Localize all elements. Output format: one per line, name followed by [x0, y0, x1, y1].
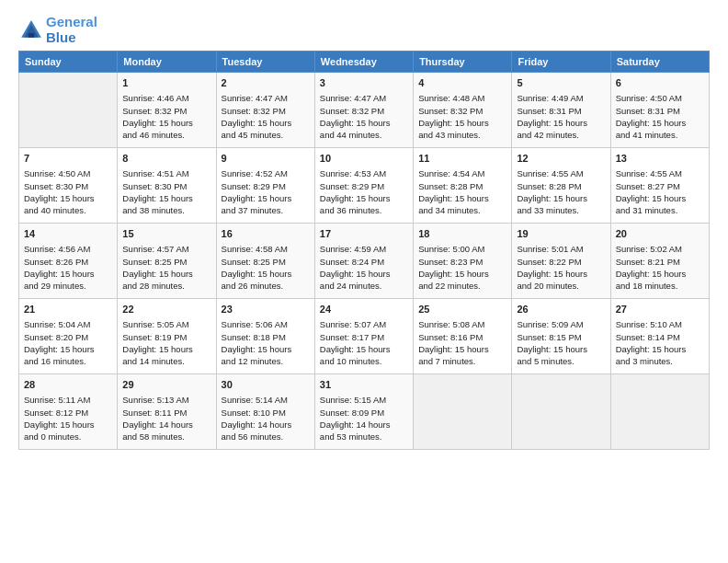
day-info: Daylight: 15 hours — [517, 192, 605, 204]
day-cell: 1Sunrise: 4:46 AMSunset: 8:32 PMDaylight… — [118, 73, 216, 148]
logo-icon — [18, 17, 44, 43]
day-number: 3 — [320, 76, 408, 90]
day-info: Daylight: 14 hours — [320, 419, 408, 431]
day-info: Daylight: 15 hours — [418, 192, 506, 204]
day-info: Daylight: 15 hours — [122, 117, 210, 129]
day-info: Daylight: 15 hours — [222, 117, 310, 129]
day-info: Daylight: 15 hours — [517, 268, 605, 280]
day-info: Daylight: 15 hours — [418, 343, 506, 355]
day-cell: 3Sunrise: 4:47 AMSunset: 8:32 PMDaylight… — [314, 73, 413, 148]
day-info: and 43 minutes. — [418, 129, 506, 141]
day-info: Sunset: 8:16 PM — [418, 331, 506, 343]
day-info: Daylight: 14 hours — [222, 419, 310, 431]
day-info: Sunset: 8:24 PM — [320, 256, 408, 268]
day-number: 16 — [222, 227, 310, 241]
header-day: Saturday — [610, 52, 709, 73]
day-info: Sunset: 8:28 PM — [517, 180, 605, 192]
day-cell — [610, 374, 709, 450]
day-info: and 22 minutes. — [418, 280, 506, 292]
day-cell: 12Sunrise: 4:55 AMSunset: 8:28 PMDayligh… — [512, 148, 610, 224]
day-info: and 40 minutes. — [24, 204, 112, 216]
day-info: Sunrise: 4:48 AM — [418, 92, 506, 104]
week-row: 21Sunrise: 5:04 AMSunset: 8:20 PMDayligh… — [19, 299, 710, 374]
header: General Blue — [18, 15, 710, 45]
day-info: and 10 minutes. — [320, 355, 408, 367]
day-info: Sunrise: 5:02 AM — [616, 243, 704, 255]
day-info: Sunrise: 5:15 AM — [320, 394, 408, 406]
day-info: Sunset: 8:25 PM — [222, 256, 310, 268]
day-info: and 37 minutes. — [222, 204, 310, 216]
day-info: Daylight: 15 hours — [616, 343, 704, 355]
day-cell: 15Sunrise: 4:57 AMSunset: 8:25 PMDayligh… — [118, 224, 216, 299]
day-info: Sunrise: 5:05 AM — [122, 318, 210, 330]
day-number: 24 — [320, 303, 408, 316]
day-info: and 12 minutes. — [222, 355, 310, 367]
day-info: Sunset: 8:31 PM — [517, 105, 605, 117]
day-info: Sunset: 8:25 PM — [122, 256, 210, 268]
day-cell: 29Sunrise: 5:13 AMSunset: 8:11 PMDayligh… — [118, 374, 216, 450]
day-info: and 58 minutes. — [122, 431, 210, 442]
day-info: Sunrise: 4:46 AM — [122, 92, 210, 104]
day-info: Sunrise: 4:53 AM — [320, 167, 408, 179]
day-info: Sunrise: 4:56 AM — [24, 243, 112, 255]
day-info: Sunrise: 5:11 AM — [24, 394, 112, 406]
day-info: Sunrise: 4:50 AM — [616, 92, 704, 104]
day-cell: 18Sunrise: 5:00 AMSunset: 8:23 PMDayligh… — [414, 224, 512, 299]
day-info: Sunset: 8:27 PM — [616, 180, 704, 192]
day-info: Sunset: 8:23 PM — [418, 256, 506, 268]
day-info: and 44 minutes. — [320, 129, 408, 141]
day-info: Sunset: 8:26 PM — [24, 256, 112, 268]
day-number: 5 — [517, 76, 605, 90]
day-cell: 22Sunrise: 5:05 AMSunset: 8:19 PMDayligh… — [118, 299, 216, 374]
day-info: Sunset: 8:32 PM — [122, 105, 210, 117]
day-info: Daylight: 15 hours — [222, 343, 310, 355]
day-info: Daylight: 15 hours — [320, 192, 408, 204]
week-row: 7Sunrise: 4:50 AMSunset: 8:30 PMDaylight… — [19, 148, 710, 224]
day-cell: 20Sunrise: 5:02 AMSunset: 8:21 PMDayligh… — [610, 224, 709, 299]
day-number: 2 — [222, 76, 310, 90]
day-cell: 27Sunrise: 5:10 AMSunset: 8:14 PMDayligh… — [610, 299, 709, 374]
day-info: and 45 minutes. — [222, 129, 310, 141]
day-info: Daylight: 15 hours — [222, 192, 310, 204]
day-info: Sunrise: 5:14 AM — [222, 394, 310, 406]
logo-text: General Blue — [46, 15, 97, 45]
day-number: 23 — [222, 303, 310, 316]
week-row: 28Sunrise: 5:11 AMSunset: 8:12 PMDayligh… — [19, 374, 710, 450]
day-number: 31 — [320, 378, 408, 392]
day-info: and 41 minutes. — [616, 129, 704, 141]
day-info: Daylight: 15 hours — [24, 419, 112, 431]
day-cell: 13Sunrise: 4:55 AMSunset: 8:27 PMDayligh… — [610, 148, 709, 224]
day-cell: 16Sunrise: 4:58 AMSunset: 8:25 PMDayligh… — [216, 224, 314, 299]
day-cell: 7Sunrise: 4:50 AMSunset: 8:30 PMDaylight… — [19, 148, 118, 224]
day-info: and 42 minutes. — [517, 129, 605, 141]
day-info: and 7 minutes. — [418, 355, 506, 367]
day-cell: 28Sunrise: 5:11 AMSunset: 8:12 PMDayligh… — [19, 374, 118, 450]
day-cell: 5Sunrise: 4:49 AMSunset: 8:31 PMDaylight… — [512, 73, 610, 148]
day-info: Daylight: 15 hours — [24, 192, 112, 204]
day-cell: 4Sunrise: 4:48 AMSunset: 8:32 PMDaylight… — [414, 73, 512, 148]
day-info: Sunrise: 4:49 AM — [517, 92, 605, 104]
day-number: 6 — [616, 76, 704, 90]
day-info: Sunset: 8:31 PM — [616, 105, 704, 117]
day-info: and 0 minutes. — [24, 431, 112, 442]
day-info: Sunset: 8:18 PM — [222, 331, 310, 343]
day-info: Sunset: 8:11 PM — [122, 407, 210, 419]
day-info: and 28 minutes. — [122, 280, 210, 292]
day-info: Sunset: 8:32 PM — [222, 105, 310, 117]
day-info: and 26 minutes. — [222, 280, 310, 292]
day-info: Sunrise: 4:52 AM — [222, 167, 310, 179]
day-info: Daylight: 15 hours — [616, 268, 704, 280]
day-info: Sunset: 8:30 PM — [122, 180, 210, 192]
day-info: Sunrise: 5:09 AM — [517, 318, 605, 330]
day-info: Sunrise: 4:47 AM — [222, 92, 310, 104]
day-info: Sunrise: 5:04 AM — [24, 318, 112, 330]
day-info: Sunrise: 4:47 AM — [320, 92, 408, 104]
day-cell — [19, 73, 118, 148]
day-info: Sunset: 8:10 PM — [222, 407, 310, 419]
day-cell: 14Sunrise: 4:56 AMSunset: 8:26 PMDayligh… — [19, 224, 118, 299]
day-number: 29 — [122, 378, 210, 392]
header-day: Wednesday — [314, 52, 413, 73]
day-info: Daylight: 15 hours — [517, 117, 605, 129]
day-info: and 36 minutes. — [320, 204, 408, 216]
day-info: Sunset: 8:14 PM — [616, 331, 704, 343]
